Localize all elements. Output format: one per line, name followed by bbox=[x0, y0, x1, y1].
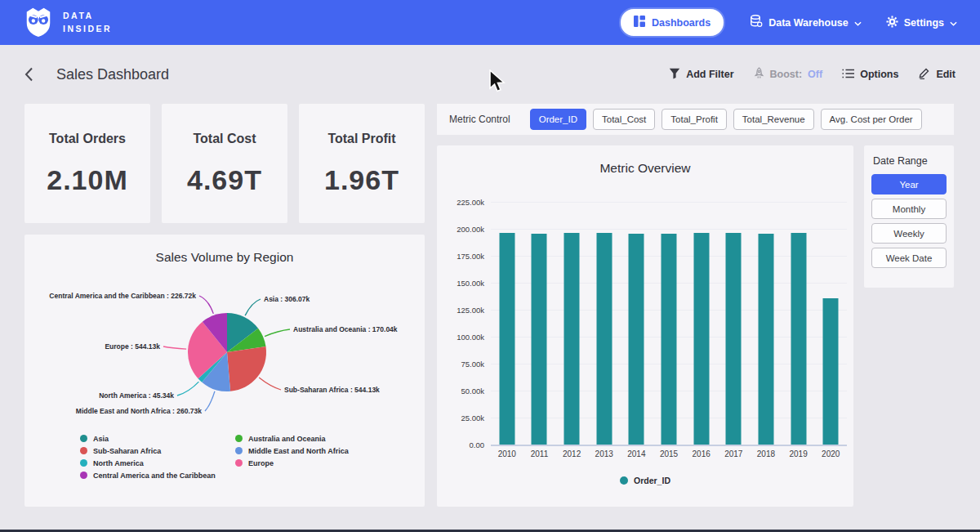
date-range-year[interactable]: Year bbox=[871, 174, 947, 194]
bar-2013[interactable] bbox=[596, 233, 612, 445]
legend-label: Europe bbox=[248, 459, 274, 467]
kpi-value: 4.69T bbox=[187, 164, 262, 196]
x-axis-tick: 2012 bbox=[555, 449, 588, 458]
rocket-icon bbox=[754, 67, 764, 82]
bar-column-2010 bbox=[491, 202, 523, 445]
bar-chart-title: Metric Overview bbox=[437, 145, 853, 176]
legend-label: Asia bbox=[93, 435, 109, 443]
x-axis-tick: 2020 bbox=[814, 449, 847, 458]
left-column: Total Orders 2.10M Total Cost 4.69T Tota… bbox=[24, 104, 425, 507]
pie-callout-line bbox=[163, 346, 186, 349]
metric-chip-total-revenue[interactable]: Total_Revenue bbox=[733, 109, 814, 130]
pie-label-asia: Asia : 306.07k bbox=[264, 295, 310, 303]
x-axis-tick: 2010 bbox=[491, 449, 523, 458]
kpi-row: Total Orders 2.10M Total Cost 4.69T Tota… bbox=[24, 104, 425, 223]
x-axis-tick: 2013 bbox=[588, 449, 621, 458]
kpi-label: Total Cost bbox=[193, 132, 256, 146]
pie-slice-sub-saharan-africa[interactable] bbox=[227, 346, 266, 391]
bar-2015[interactable] bbox=[662, 234, 677, 445]
date-range-panel: Date Range YearMonthlyWeeklyWeek Date bbox=[864, 145, 954, 288]
legend-dot bbox=[80, 447, 87, 454]
bar-2010[interactable] bbox=[499, 233, 514, 445]
pie-label-australia-and-oceania: Australia and Oceania : 170.04k bbox=[293, 325, 398, 333]
chevron-down-icon bbox=[854, 17, 862, 29]
y-axis-tick: 225.00k bbox=[437, 198, 484, 207]
metric-chips: Order_IDTotal_CostTotal_ProfitTotal_Reve… bbox=[530, 109, 922, 130]
date-range-title: Date Range bbox=[873, 155, 947, 167]
boost-toggle[interactable]: Boost: Off bbox=[754, 67, 823, 82]
metric-control-bar: Metric Control Order_IDTotal_CostTotal_P… bbox=[437, 104, 954, 135]
metric-chip-avg-cost-per-order[interactable]: Avg. Cost per Order bbox=[821, 109, 922, 130]
page-title: Sales Dashboard bbox=[56, 66, 169, 83]
pie-label-middle-east-and-north-africa: Middle East and North Africa : 260.73k bbox=[76, 407, 202, 415]
kpi-value: 1.96T bbox=[324, 164, 399, 196]
options-button[interactable]: Options bbox=[842, 69, 898, 81]
kpi-value: 2.10M bbox=[47, 164, 128, 196]
x-axis-tick: 2014 bbox=[621, 449, 653, 458]
legend-item-australia-and-oceania[interactable]: Australia and Oceania bbox=[235, 434, 349, 443]
x-axis-tick: 2019 bbox=[782, 449, 815, 458]
brand-text: DATA INSIDER bbox=[63, 10, 112, 34]
kpi-card-total-cost: Total Cost 4.69T bbox=[162, 104, 287, 223]
database-icon bbox=[750, 15, 763, 30]
metric-chip-order-id[interactable]: Order_ID bbox=[530, 109, 586, 130]
list-options-icon bbox=[842, 69, 854, 81]
pie-chart-title: Sales Volume by Region bbox=[24, 235, 425, 265]
legend-dot bbox=[620, 476, 628, 485]
page-header: Sales Dashboard Add Filter Boost: Off bbox=[0, 45, 980, 97]
legend-item-sub-saharan-africa[interactable]: Sub-Saharan Africa bbox=[80, 446, 235, 455]
legend-item-north-america[interactable]: North America bbox=[80, 458, 235, 467]
brand-logo[interactable]: DATA INSIDER bbox=[23, 5, 112, 41]
pie-chart-card: Sales Volume by Region Asia : 306.07kAus… bbox=[24, 235, 425, 507]
add-filter-button[interactable]: Add Filter bbox=[669, 68, 733, 82]
bar-2016[interactable] bbox=[693, 233, 709, 445]
x-axis-tick: 2016 bbox=[685, 449, 718, 458]
bar-chart-card: Metric Overview 0.0025.00k50.00k75.00k10… bbox=[437, 145, 853, 507]
pie-chart[interactable]: Asia : 306.07kAustralia and Oceania : 17… bbox=[24, 277, 425, 434]
kpi-label: Total Orders bbox=[49, 132, 126, 146]
gridline bbox=[491, 445, 847, 446]
bar-column-2012 bbox=[555, 202, 588, 445]
legend-item-middle-east-and-north-africa[interactable]: Middle East and North Africa bbox=[235, 446, 349, 455]
nav-menu: Dashboards Data Warehouse bbox=[619, 7, 957, 38]
bar-2017[interactable] bbox=[726, 233, 742, 445]
pie-callout-line bbox=[265, 329, 290, 337]
bar-2012[interactable] bbox=[564, 233, 580, 445]
bar-2014[interactable] bbox=[629, 234, 644, 445]
top-nav: DATA INSIDER Dashboards bbox=[0, 0, 980, 45]
bar-2020[interactable] bbox=[823, 298, 839, 445]
y-axis-tick: 75.00k bbox=[437, 360, 484, 369]
filter-funnel-icon bbox=[669, 68, 680, 82]
right-column: Metric Control Order_IDTotal_CostTotal_P… bbox=[437, 104, 954, 507]
x-axis-labels: 2010201120122013201420152016201720182019… bbox=[491, 449, 847, 458]
boost-state: Off bbox=[808, 69, 822, 80]
bar-column-2018 bbox=[750, 202, 782, 445]
bar-chart-legend: Order_ID bbox=[437, 476, 853, 485]
nav-data-warehouse-button[interactable]: Data Warehouse bbox=[750, 15, 861, 30]
bar-column-2016 bbox=[685, 202, 718, 445]
y-axis-tick: 200.00k bbox=[437, 225, 484, 234]
legend-item-europe[interactable]: Europe bbox=[235, 458, 349, 467]
legend-item-asia[interactable]: Asia bbox=[80, 434, 235, 443]
nav-dashboards-button[interactable]: Dashboards bbox=[619, 7, 725, 38]
legend-column: AsiaSub-Saharan AfricaNorth AmericaCentr… bbox=[80, 434, 235, 480]
pencil-edit-icon bbox=[918, 67, 930, 82]
bar-2018[interactable] bbox=[758, 234, 773, 445]
date-range-options: YearMonthlyWeeklyWeek Date bbox=[871, 174, 947, 268]
bar-column-2014 bbox=[621, 202, 653, 445]
y-axis-tick: 175.00k bbox=[437, 252, 484, 261]
bar-2019[interactable] bbox=[791, 233, 806, 445]
bar-2011[interactable] bbox=[532, 234, 547, 445]
metric-chip-total-cost[interactable]: Total_Cost bbox=[593, 109, 655, 130]
x-axis-tick: 2018 bbox=[750, 449, 782, 458]
legend-item-central-america-and-the-caribbean[interactable]: Central America and the Caribbean bbox=[80, 471, 235, 480]
bar-column-2017 bbox=[717, 202, 750, 445]
metric-chip-total-profit[interactable]: Total_Profit bbox=[662, 109, 727, 130]
back-button[interactable] bbox=[24, 67, 39, 82]
sales-dashboard-page: DATA INSIDER Dashboards bbox=[0, 0, 980, 532]
edit-button[interactable]: Edit bbox=[918, 67, 956, 82]
date-range-monthly[interactable]: Monthly bbox=[871, 199, 947, 219]
date-range-week-date[interactable]: Week Date bbox=[871, 248, 947, 268]
date-range-weekly[interactable]: Weekly bbox=[871, 223, 947, 244]
nav-settings-button[interactable]: Settings bbox=[886, 16, 957, 30]
